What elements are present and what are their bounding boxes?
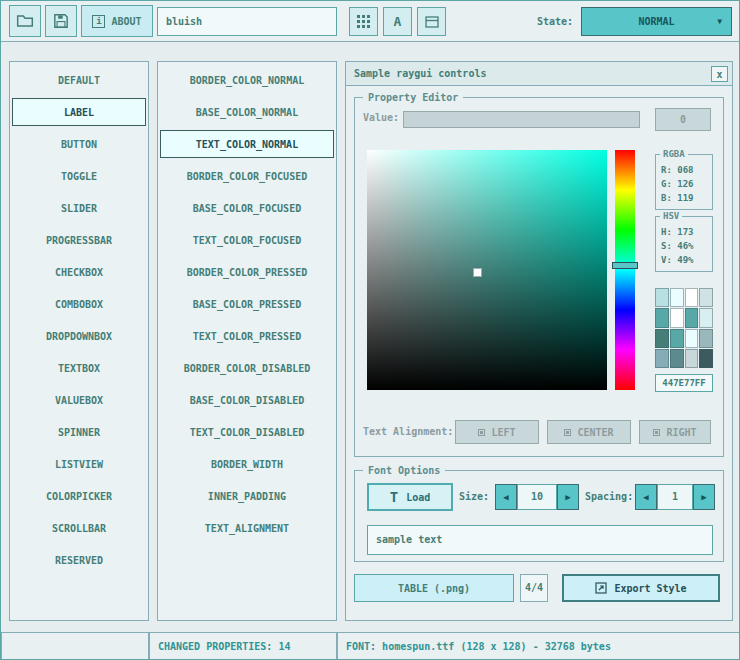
list-item[interactable]: BASE_COLOR_NORMAL <box>160 98 334 126</box>
palette-swatch[interactable] <box>685 349 699 368</box>
align-right-icon <box>653 429 660 436</box>
font-size-increase-button[interactable]: ▶ <box>557 484 579 510</box>
property-editor-group-label: Property Editor <box>363 92 463 104</box>
color-picker-cursor[interactable] <box>474 269 481 276</box>
sample-text-input[interactable]: sample text <box>367 525 713 555</box>
font-options-group-label: Font Options <box>363 465 445 477</box>
align-center-icon <box>564 429 571 436</box>
hsv-h-value: H: 173 <box>656 225 712 239</box>
list-item[interactable]: RESERVED <box>12 546 146 574</box>
list-item[interactable]: DROPDOWNBOX <box>12 322 146 350</box>
value-slider[interactable] <box>403 111 640 128</box>
style-version-badge: 4/4 <box>520 574 548 602</box>
list-item[interactable]: BORDER_WIDTH <box>160 450 334 478</box>
list-item[interactable]: TEXT_COLOR_NORMAL <box>160 130 334 158</box>
list-item[interactable]: BASE_COLOR_FOCUSED <box>160 194 334 222</box>
palette-swatch[interactable] <box>699 288 713 307</box>
toolbar: i ABOUT A State: NORMAL ▼ <box>1 1 740 42</box>
hsv-s-value: S: 46% <box>656 239 712 253</box>
state-dropdown[interactable]: NORMAL ▼ <box>581 7 732 36</box>
text-T-icon: T <box>390 489 398 505</box>
statusbar-spacer <box>1 632 149 660</box>
align-right-label: RIGHT <box>666 427 696 438</box>
grid-icon <box>356 14 371 29</box>
list-item[interactable]: CHECKBOX <box>12 258 146 286</box>
palette-swatch[interactable] <box>655 308 669 327</box>
list-item[interactable]: BORDER_COLOR_PRESSED <box>160 258 334 286</box>
export-table-button[interactable]: TABLE (.png) <box>354 574 514 602</box>
font-spacing-increase-button[interactable]: ▶ <box>693 484 715 510</box>
folder-open-icon <box>16 12 34 30</box>
list-item[interactable]: TEXT_COLOR_FOCUSED <box>160 226 334 254</box>
load-font-button[interactable]: T Load <box>367 483 453 511</box>
list-item[interactable]: SCROLLBAR <box>12 514 146 542</box>
list-item[interactable]: DEFAULT <box>12 66 146 94</box>
font-atlas-button[interactable]: A <box>383 7 412 36</box>
hex-color-input[interactable]: 447E77FF <box>655 374 713 392</box>
list-item[interactable]: LISTVIEW <box>12 450 146 478</box>
style-name-input[interactable] <box>157 7 337 36</box>
font-size-value[interactable]: 10 <box>517 484 557 510</box>
list-item[interactable]: PROGRESSBAR <box>12 226 146 254</box>
info-icon: i <box>92 15 105 28</box>
palette-swatch[interactable] <box>670 288 684 307</box>
palette-swatch[interactable] <box>655 349 669 368</box>
font-size-decrease-button[interactable]: ◀ <box>495 484 517 510</box>
palette-swatch[interactable] <box>670 308 684 327</box>
style-table-image-button[interactable] <box>349 7 378 36</box>
list-item[interactable]: BUTTON <box>12 130 146 158</box>
open-style-button[interactable] <box>9 5 41 37</box>
statusbar-font-info: FONT: homespun.ttf (128 x 128) - 32768 b… <box>337 632 740 660</box>
list-item[interactable]: BASE_COLOR_PRESSED <box>160 290 334 318</box>
list-item[interactable]: BORDER_COLOR_DISABLED <box>160 354 334 382</box>
palette-swatch[interactable] <box>655 329 669 348</box>
list-item[interactable]: TEXT_ALIGNMENT <box>160 514 334 542</box>
list-item[interactable]: COLORPICKER <box>12 482 146 510</box>
palette-swatch[interactable] <box>670 349 684 368</box>
list-item[interactable]: SLIDER <box>12 194 146 222</box>
about-button[interactable]: i ABOUT <box>81 5 153 37</box>
list-item[interactable]: BORDER_COLOR_NORMAL <box>160 66 334 94</box>
align-right-button[interactable]: RIGHT <box>639 420 711 444</box>
hue-slider-handle[interactable] <box>612 262 638 269</box>
palette-swatch[interactable] <box>670 329 684 348</box>
palette-swatch[interactable] <box>655 288 669 307</box>
rguistyler-window: i ABOUT A State: NORMAL ▼ DEFAULTLABELBU… <box>0 0 740 660</box>
font-spacing-value[interactable]: 1 <box>657 484 693 510</box>
hue-slider[interactable] <box>615 150 635 390</box>
color-saturation-value-picker[interactable] <box>367 150 607 390</box>
palette-swatch[interactable] <box>685 288 699 307</box>
list-item[interactable]: BASE_COLOR_DISABLED <box>160 386 334 414</box>
list-item[interactable]: BORDER_COLOR_FOCUSED <box>160 162 334 190</box>
window-icon <box>424 14 440 30</box>
palette-swatch[interactable] <box>685 308 699 327</box>
save-style-button[interactable] <box>45 5 77 37</box>
list-item[interactable]: INNER_PADDING <box>160 482 334 510</box>
font-spacing-decrease-button[interactable]: ◀ <box>635 484 657 510</box>
list-item[interactable]: TOGGLE <box>12 162 146 190</box>
list-item[interactable]: VALUEBOX <box>12 386 146 414</box>
state-dropdown-value: NORMAL <box>638 16 674 27</box>
align-center-button[interactable]: CENTER <box>547 420 631 444</box>
close-icon[interactable]: x <box>711 66 728 82</box>
list-item[interactable]: TEXTBOX <box>12 354 146 382</box>
palette-swatch[interactable] <box>699 329 713 348</box>
palette-swatch[interactable] <box>699 349 713 368</box>
list-item[interactable]: SPINNER <box>12 418 146 446</box>
text-alignment-label: Text Alignment: <box>363 426 453 437</box>
statusbar-changed-properties: CHANGED PROPERTIES: 14 <box>149 632 337 660</box>
list-item[interactable]: TEXT_COLOR_DISABLED <box>160 418 334 446</box>
list-item[interactable]: LABEL <box>12 98 146 126</box>
font-size-label: Size: <box>459 483 489 511</box>
property-editor-group: Property Editor Value: 0 RGBA R: 068 G: … <box>354 97 724 457</box>
export-style-button[interactable]: Export Style <box>562 574 720 602</box>
test-window-button[interactable] <box>417 7 446 36</box>
window-title: Sample raygui controls <box>354 68 486 79</box>
list-item[interactable]: TEXT_COLOR_PRESSED <box>160 322 334 350</box>
hsv-v-value: V: 49% <box>656 253 712 267</box>
align-left-button[interactable]: LEFT <box>455 420 539 444</box>
palette-swatch[interactable] <box>685 329 699 348</box>
palette-swatch[interactable] <box>699 308 713 327</box>
list-item[interactable]: COMBOBOX <box>12 290 146 318</box>
value-box[interactable]: 0 <box>655 108 711 131</box>
